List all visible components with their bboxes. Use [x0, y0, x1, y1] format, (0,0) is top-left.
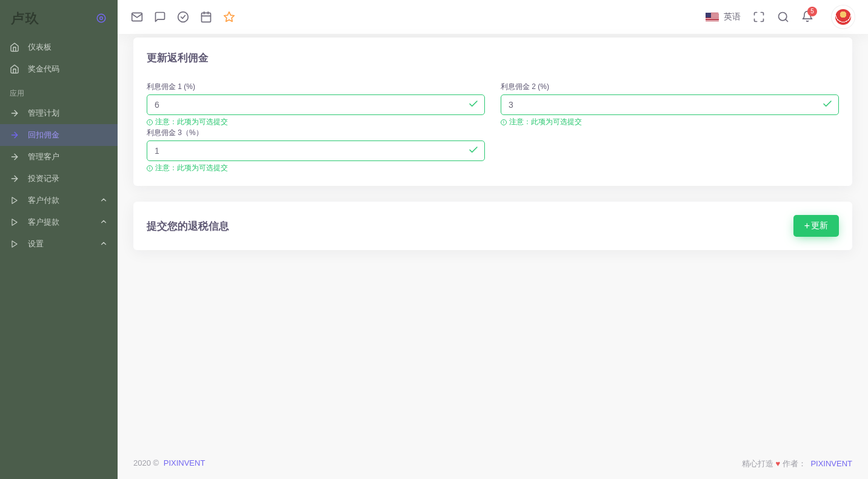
svg-marker-8	[12, 241, 17, 248]
svg-marker-7	[12, 219, 17, 226]
calendar-icon[interactable]	[200, 11, 212, 23]
card-submit: 提交您的退税信息 +更新	[133, 202, 852, 250]
chevron-up-icon	[99, 217, 108, 228]
topbar: 英语 5	[118, 0, 868, 34]
commission-3-input[interactable]	[147, 140, 485, 161]
info-icon: i	[147, 119, 153, 125]
chevron-up-icon	[99, 196, 108, 206]
chat-icon[interactable]	[154, 11, 166, 23]
notifications-badge: 5	[807, 7, 817, 16]
brand-logo: 卢玖	[11, 10, 40, 28]
nav-label: 管理计划	[28, 108, 59, 119]
field-label: 利息佣金 2 (%)	[501, 82, 839, 92]
arrow-right-icon	[10, 130, 19, 140]
nav-label: 仪表板	[28, 42, 52, 53]
update-button[interactable]: +更新	[793, 215, 839, 237]
field-label: 利息佣金 1 (%)	[147, 82, 485, 92]
language-label: 英语	[724, 12, 741, 22]
nav-label: 投资记录	[28, 173, 59, 184]
card-title: 提交您的退税信息	[147, 219, 229, 233]
footer-author-link[interactable]: PIXINVENT	[810, 459, 852, 468]
field-hint: i 注意：此项为可选提交	[147, 117, 485, 127]
nav-bonus-code[interactable]: 奖金代码	[0, 58, 118, 80]
chevron-up-icon	[99, 239, 108, 249]
user-menu[interactable]	[826, 5, 855, 28]
nav-settings[interactable]: 设置	[0, 233, 118, 255]
sidebar-nav: 仪表板 奖金代码 应用 管理计划 回扣佣金	[0, 33, 118, 255]
svg-point-1	[100, 16, 103, 19]
mail-icon[interactable]	[131, 11, 143, 23]
avatar	[832, 5, 855, 28]
svg-point-0	[97, 14, 105, 22]
svg-point-10	[178, 12, 189, 22]
check-icon	[468, 145, 479, 157]
field-commission-2: 利息佣金 2 (%) i 注意：此项为可选提交	[501, 82, 839, 173]
footer-left: 2020 © PIXINVENT	[133, 458, 205, 469]
nav-client-withdraw[interactable]: 客户提款	[0, 211, 118, 233]
svg-rect-11	[202, 13, 211, 22]
field-hint: i 注意：此项为可选提交	[501, 117, 839, 127]
card-update-rebate: 更新返利佣金 利息佣金 1 (%) i 注意：此项为可选提交	[133, 38, 852, 186]
field-label: 利息佣金 3（%）	[147, 128, 485, 138]
field-commission-1: 利息佣金 1 (%) i 注意：此项为可选提交 利息佣金 3（%）	[147, 82, 485, 173]
nav-section-apps: 应用	[0, 80, 118, 102]
check-circle-icon[interactable]	[177, 11, 189, 23]
nav-label: 回扣佣金	[28, 130, 59, 140]
nav-label: 管理客户	[28, 151, 59, 162]
field-hint: i 注意：此项为可选提交	[147, 164, 485, 173]
home-icon	[10, 64, 19, 74]
nav-manage-client[interactable]: 管理客户	[0, 146, 118, 168]
nav-label: 客户付款	[28, 195, 59, 206]
svg-marker-6	[12, 197, 17, 204]
nav-client-deposit[interactable]: 客户付款	[0, 190, 118, 211]
plus-icon: +	[804, 221, 810, 231]
nav-rebate-commission[interactable]: 回扣佣金	[0, 124, 118, 146]
arrow-right-icon	[10, 152, 19, 162]
nav-investment-record[interactable]: 投资记录	[0, 168, 118, 190]
svg-line-17	[786, 19, 788, 22]
footer: 2020 © PIXINVENT 精心打造 ♥ 作者： PIXINVENT	[118, 449, 868, 479]
target-icon[interactable]	[96, 13, 107, 25]
footer-right: 精心打造 ♥ 作者： PIXINVENT	[742, 458, 852, 469]
play-icon	[10, 218, 19, 226]
nav-label: 设置	[28, 239, 44, 249]
card-title: 更新返利佣金	[147, 51, 839, 65]
home-icon	[10, 42, 19, 52]
check-icon	[822, 99, 833, 111]
search-icon[interactable]	[777, 11, 789, 23]
svg-marker-15	[224, 12, 235, 22]
sidebar: 卢玖 仪表板 奖金代码 应用	[0, 0, 118, 479]
footer-brand-link[interactable]: PIXINVENT	[164, 458, 205, 467]
play-icon	[10, 196, 19, 205]
sidebar-header: 卢玖	[0, 0, 118, 33]
notifications-bell[interactable]: 5	[801, 10, 813, 24]
nav-label: 客户提款	[28, 217, 59, 228]
language-switch[interactable]: 英语	[706, 12, 741, 22]
play-icon	[10, 240, 19, 248]
heart-icon: ♥	[775, 459, 780, 468]
commission-1-input[interactable]	[147, 94, 485, 115]
flag-us-icon	[706, 13, 719, 22]
info-icon: i	[501, 119, 507, 125]
arrow-right-icon	[10, 174, 19, 183]
nav-manage-plan[interactable]: 管理计划	[0, 102, 118, 124]
info-icon: i	[147, 165, 153, 171]
arrow-right-icon	[10, 108, 19, 118]
nav-dashboard[interactable]: 仪表板	[0, 36, 118, 58]
nav-label: 奖金代码	[28, 64, 59, 74]
commission-2-input[interactable]	[501, 94, 839, 115]
star-icon[interactable]	[223, 11, 235, 23]
maximize-icon[interactable]	[753, 11, 765, 23]
check-icon	[468, 99, 479, 111]
